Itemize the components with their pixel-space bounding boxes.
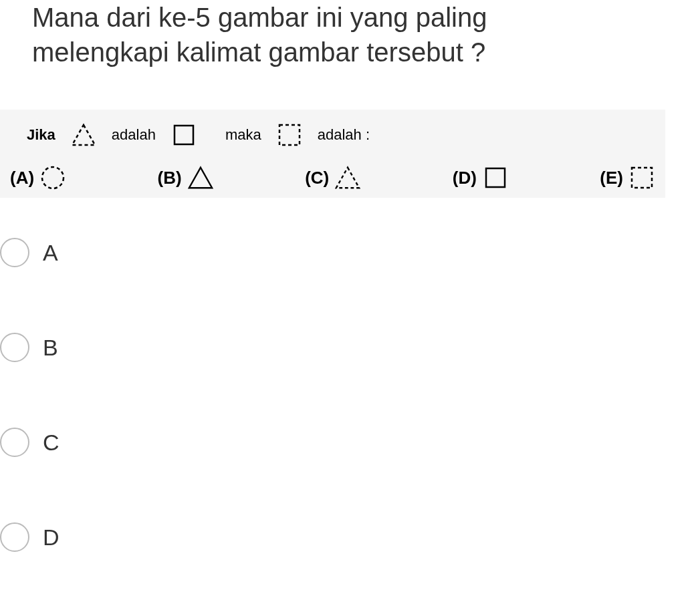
radio-c[interactable] [0,428,29,457]
svg-point-3 [42,167,64,188]
answer-label-b: B [43,335,58,361]
circle-dashed-icon [39,164,66,191]
square-dashed-icon [276,122,303,148]
svg-marker-5 [336,168,359,188]
option-e-label: (E) [600,168,623,188]
svg-marker-0 [72,125,95,145]
svg-rect-2 [279,125,300,145]
square-solid-icon [482,164,509,191]
answer-label-c: C [43,430,60,456]
square-solid-icon [170,122,197,148]
answer-label-d: D [43,524,60,551]
analogy-word-jika: Jika [27,126,55,144]
option-e: (E) [600,164,655,191]
answer-label-a: A [43,240,58,266]
analogy-row: Jika adalah maka adalah : [7,122,659,148]
option-c-label: (C) [305,168,329,188]
triangle-dashed-icon [334,164,361,191]
svg-rect-6 [486,168,505,187]
title-line-1: Mana dari ke-5 gambar ini yang paling [32,3,487,32]
svg-rect-7 [632,168,652,188]
option-a: (A) [10,164,66,191]
answer-row-c[interactable]: C [0,421,692,464]
option-d-label: (D) [453,168,477,188]
analogy-word-adalah-colon: adalah : [318,126,370,144]
option-b: (B) [158,164,214,191]
option-d: (D) [453,164,509,191]
answer-row-b[interactable]: B [0,326,692,369]
answer-row-e[interactable]: E [0,611,692,616]
option-c: (C) [305,164,361,191]
analogy-word-maka: maka [225,126,261,144]
title-line-2: melengkapi kalimat gambar tersebut ? [32,37,485,67]
square-dashed-icon [628,164,655,191]
triangle-dashed-icon [70,122,97,148]
option-a-label: (A) [10,168,34,188]
answer-row-a[interactable]: A [0,231,692,274]
radio-a[interactable] [0,238,29,267]
triangle-solid-icon [187,164,214,191]
svg-rect-1 [175,126,193,144]
radio-d[interactable] [0,522,29,552]
option-b-label: (B) [158,168,182,188]
answer-list: A B C D E [0,198,692,616]
question-title: Mana dari ke-5 gambar ini yang paling me… [0,0,692,69]
options-row: (A) (B) (C) (D) [7,164,659,191]
radio-b[interactable] [0,333,29,362]
diagram-panel: Jika adalah maka adalah : (A) [0,110,665,198]
answer-row-d[interactable]: D [0,516,692,559]
analogy-word-adalah: adalah [112,126,156,144]
svg-marker-4 [189,168,212,188]
